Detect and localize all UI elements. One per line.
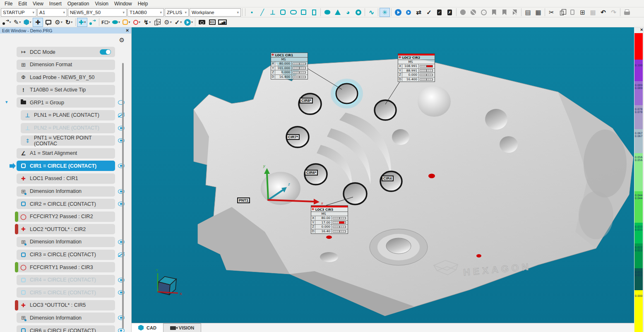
command-item[interactable]: CIR5 = CIRCLE (CONTACT) (17, 287, 115, 298)
dimension-label-loc2-cir2[interactable]: ✚LOC2 CIR2MSX108.991Y88.991Z0.000D16.400 (398, 53, 435, 82)
close-icon[interactable]: ✕ (126, 28, 129, 33)
menu-window[interactable]: Window (111, 1, 135, 7)
cylinder-icon[interactable] (322, 8, 332, 17)
command-item[interactable]: ◯FCFCIRTY2 Passed : CIR2 (17, 212, 115, 222)
feature-circle-cir4[interactable] (380, 171, 402, 191)
command-item[interactable]: ФLoad Probe - NEW5_BY_50 (17, 72, 115, 82)
curve-icon[interactable]: ∿ (366, 8, 377, 17)
command-item[interactable]: ⊞Dimension Information (17, 186, 115, 197)
quick-measure-icon[interactable]: ▾ (2, 18, 12, 27)
command-item[interactable]: ⊥PLN2 = PLANE (CONTACT) (21, 123, 115, 133)
quick-align-icon[interactable]: ↯▾ (142, 18, 152, 27)
settings-probe-icon[interactable]: ⚙▾ (53, 18, 64, 27)
copy-icon[interactable] (557, 8, 567, 17)
alignment-dropdown[interactable]: A1▾ (37, 8, 67, 17)
redo-icon[interactable]: ↷ (608, 8, 619, 17)
plane-icon[interactable]: ⊥ (267, 8, 278, 17)
sphere-icon[interactable]: ◕ (343, 8, 353, 17)
dcc-mode-toggle[interactable] (100, 49, 111, 55)
close-icon[interactable]: ✕ (640, 28, 643, 32)
report-check-icon[interactable]: ✓ (434, 8, 445, 17)
cad-view-icon[interactable]: ▾ (22, 18, 33, 27)
bookmark-insert-icon[interactable] (499, 8, 509, 17)
menu-view[interactable]: View (30, 1, 46, 7)
report-list-icon[interactable]: ▤ (523, 8, 533, 17)
command-item[interactable]: ⊞Dimension Information (17, 313, 115, 323)
visibility-eye-icon[interactable] (118, 328, 125, 332)
feature-circle-cir1[interactable] (336, 84, 358, 103)
command-item[interactable]: ⊞Dimension Information (17, 237, 115, 247)
command-item[interactable]: ✚LOC2 *OUTTOL* : CIR2 (17, 224, 115, 234)
command-item[interactable]: ∠A1 = Start Alignment (17, 148, 115, 159)
rotate-view-icon[interactable]: ↻▾ (64, 18, 74, 27)
menu-edit[interactable]: Edit (15, 1, 30, 7)
goto-icon[interactable]: → (478, 8, 489, 17)
auto-feature-icon[interactable]: ✳ (380, 8, 390, 17)
command-item[interactable]: CIR2 = CIRCLE (CONTACT) (17, 199, 115, 209)
probe-mode-icon[interactable] (87, 18, 98, 27)
menu-operation[interactable]: Operation (65, 1, 92, 7)
command-item[interactable]: ✚LOC1 Passed : CIR1 (17, 173, 115, 184)
circle-tool-icon[interactable]: ▾ (132, 18, 142, 27)
execute-icon[interactable] (393, 8, 403, 17)
command-item[interactable]: CIR6 = CIRCLE (CONTACT) (17, 325, 115, 332)
feature-tag-cir7[interactable]: CIR7* (286, 134, 300, 140)
command-item[interactable]: ⊥PLN1 = PLANE (CONTACT) (21, 110, 115, 120)
report-edit-icon[interactable]: ✗ (445, 8, 455, 17)
feature-tag-pnt1[interactable]: PNT1 (237, 197, 250, 203)
circle-icon[interactable] (278, 8, 288, 17)
report-window-icon[interactable]: ▦ (533, 8, 543, 17)
ellipse-icon[interactable]: ▾ (111, 18, 121, 27)
feature-circle-cir5[interactable] (344, 183, 367, 204)
line-icon[interactable]: ╱ (257, 8, 267, 17)
gear-icon[interactable]: ⚙ (119, 36, 125, 44)
command-item[interactable]: ✚LOC3 *OUTTOL* : CIR5 (17, 300, 115, 310)
command-item[interactable]: ‡PNT1 = VECTOR POINT (CONTAC (21, 135, 115, 146)
command-item[interactable]: GRP1 = Group (17, 97, 115, 108)
square-slot-icon[interactable] (298, 8, 309, 17)
rectangle-icon[interactable] (309, 8, 319, 17)
cad-viewport[interactable]: HEXAGON y z x Y X ✚LOC1 CIR1MSX80.000Y10… (132, 27, 634, 323)
point-icon[interactable]: • (247, 8, 257, 17)
orientation-cube[interactable]: Y X (156, 268, 182, 296)
bookmark-remove-icon[interactable] (509, 8, 520, 17)
menu-insert[interactable]: Insert (46, 1, 65, 7)
bookmark-icon[interactable] (489, 8, 499, 17)
exposure-box-icon[interactable]: EO (207, 18, 217, 27)
paste-special-icon[interactable]: ⊞ (577, 8, 588, 17)
startup-dropdown[interactable]: STARTUP▾ (1, 8, 36, 17)
execute-from-cursor-icon[interactable] (403, 8, 413, 17)
stop-disabled-icon[interactable] (468, 8, 478, 17)
panel-scrollbar[interactable] (122, 63, 124, 329)
run-icon[interactable]: ▾ (183, 18, 194, 27)
workplane-dropdown[interactable]: Workplane▾ (190, 8, 241, 17)
feature-circle-cir2[interactable] (375, 100, 396, 120)
tab-cad[interactable]: CAD (132, 323, 163, 332)
edit-cad-icon[interactable]: ✎▾ (12, 18, 22, 27)
command-item[interactable]: CIR1 = CIRCLE (CONTACT) (17, 161, 115, 171)
mark-done-icon[interactable]: ✓ (424, 8, 434, 17)
workplane-axis-dropdown[interactable]: ZPLUS▾ (165, 8, 189, 17)
dimension-label-loc1-cir1[interactable]: ✚LOC1 CIR1MSX80.000Y101.000Z0.000D16.400 (271, 53, 308, 79)
feature-circle-cir8[interactable] (299, 94, 321, 114)
rounded-square-icon[interactable]: ▾ (121, 18, 132, 27)
command-item[interactable]: CIR4 = CIRCLE (CONTACT) (17, 275, 115, 285)
pan-mode-icon[interactable]: ✚▾ (77, 18, 87, 27)
cone-icon[interactable] (332, 8, 343, 17)
verify-icon[interactable]: ✓▾ (173, 18, 183, 27)
menu-vision[interactable]: Vision (92, 1, 111, 7)
command-item[interactable]: ◯FCFCIRTY1 Passed : CIR3 (17, 262, 115, 272)
menu-file[interactable]: File (2, 1, 15, 7)
command-item[interactable]: ⊞Dimension Format (17, 60, 115, 70)
command-item[interactable]: ↦DCC Mode (17, 47, 115, 57)
paste-icon[interactable] (567, 8, 577, 17)
feature-tag-cir6[interactable]: CIR6* (305, 170, 318, 176)
feature-based-icon[interactable]: F▾ (101, 18, 111, 27)
expand-caret-icon[interactable]: ▾ (5, 99, 8, 105)
cut-icon[interactable]: ✂ (546, 8, 557, 17)
loop-icon[interactable]: ⇄ (413, 8, 424, 17)
pan-icon[interactable]: ✚ (33, 18, 43, 27)
command-item[interactable]: !T1A0B0 = Set Active Tip (17, 85, 115, 95)
menu-help[interactable]: Help (135, 1, 151, 7)
undo-icon[interactable]: ↶ (598, 8, 608, 17)
